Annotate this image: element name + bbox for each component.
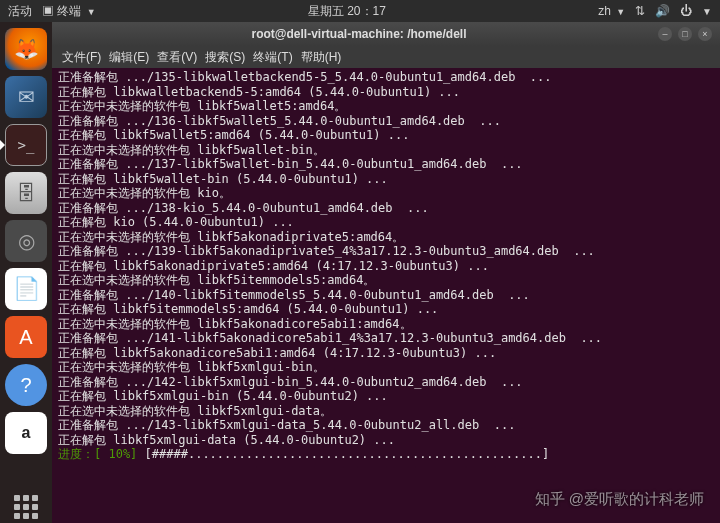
terminal-line: 正在选中未选择的软件包 libkf5wallet5:amd64。 (58, 99, 714, 114)
libreoffice-icon[interactable]: 📄 (5, 268, 47, 310)
terminal-line: 正在选中未选择的软件包 libkf5wallet-bin。 (58, 143, 714, 158)
terminal-line: 正在选中未选择的软件包 libkf5akonadiprivate5:amd64。 (58, 230, 714, 245)
terminal-line: 正在解包 libkf5itemmodels5:amd64 (5.44.0-0ub… (58, 302, 714, 317)
files-icon[interactable]: 🗄 (5, 172, 47, 214)
terminal-line: 正准备解包 .../142-libkf5xmlgui-bin_5.44.0-0u… (58, 375, 714, 390)
terminal-line: 正在解包 libkf5akonadicore5abi1:amd64 (4:17.… (58, 346, 714, 361)
gnome-top-bar: 活动 ▣ 终端 ▼ 星期五 20：17 zh ▼ ⇅ 🔊 ⏻ ▼ (0, 0, 720, 22)
help-icon[interactable]: ? (5, 364, 47, 406)
terminal-line: 正在解包 libkf5xmlgui-bin (5.44.0-0ubuntu2) … (58, 389, 714, 404)
dock: 🦊 ✉ >_ 🗄 ◎ 📄 A ? a (0, 22, 52, 523)
terminal-window: root@dell-virtual-machine: /home/dell – … (52, 22, 720, 523)
menu-search[interactable]: 搜索(S) (205, 49, 245, 66)
show-applications-icon[interactable] (14, 495, 38, 519)
menu-terminal[interactable]: 终端(T) (253, 49, 292, 66)
terminal-line: 正准备解包 .../141-libkf5akonadicore5abi1_4%3… (58, 331, 714, 346)
terminal-line: 正在解包 libkf5wallet-bin (5.44.0-0ubuntu1) … (58, 172, 714, 187)
terminal-line: 正在选中未选择的软件包 kio。 (58, 186, 714, 201)
volume-icon[interactable]: 🔊 (655, 4, 670, 18)
ubuntu-software-icon[interactable]: A (5, 316, 47, 358)
system-menu-arrow[interactable]: ▼ (702, 6, 712, 17)
terminal-line: 正准备解包 .../138-kio_5.44.0-0ubuntu1_amd64.… (58, 201, 714, 216)
network-icon[interactable]: ⇅ (635, 4, 645, 18)
terminal-line: 正准备解包 .../137-libkf5wallet-bin_5.44.0-0u… (58, 157, 714, 172)
rhythmbox-icon[interactable]: ◎ (5, 220, 47, 262)
input-method-indicator[interactable]: zh ▼ (598, 4, 625, 18)
menu-file[interactable]: 文件(F) (62, 49, 101, 66)
firefox-icon[interactable]: 🦊 (5, 28, 47, 70)
terminal-line: 正在解包 libkwalletbackend5-5:amd64 (5.44.0-… (58, 85, 714, 100)
window-title-bar[interactable]: root@dell-virtual-machine: /home/dell – … (52, 22, 720, 46)
power-icon[interactable]: ⏻ (680, 4, 692, 18)
activities-button[interactable]: 活动 (8, 3, 32, 20)
terminal-line: 正在解包 kio (5.44.0-0ubuntu1) ... (58, 215, 714, 230)
terminal-icon[interactable]: >_ (5, 124, 47, 166)
terminal-line: 正在解包 libkf5xmlgui-data (5.44.0-0ubuntu2)… (58, 433, 714, 448)
terminal-line: 正在解包 libkf5wallet5:amd64 (5.44.0-0ubuntu… (58, 128, 714, 143)
minimize-button[interactable]: – (658, 27, 672, 41)
clock[interactable]: 星期五 20：17 (96, 3, 599, 20)
menu-edit[interactable]: 编辑(E) (109, 49, 149, 66)
menu-help[interactable]: 帮助(H) (301, 49, 342, 66)
maximize-button[interactable]: □ (678, 27, 692, 41)
amazon-icon[interactable]: a (5, 412, 47, 454)
terminal-line: 正准备解包 .../135-libkwalletbackend5-5_5.44.… (58, 70, 714, 85)
terminal-line: 正在选中未选择的软件包 libkf5itemmodels5:amd64。 (58, 273, 714, 288)
close-button[interactable]: × (698, 27, 712, 41)
terminal-line: 正在选中未选择的软件包 libkf5akonadicore5abi1:amd64… (58, 317, 714, 332)
app-menu[interactable]: ▣ 终端 ▼ (42, 3, 96, 20)
menu-view[interactable]: 查看(V) (157, 49, 197, 66)
terminal-line: 正在解包 libkf5akonadiprivate5:amd64 (4:17.1… (58, 259, 714, 274)
terminal-line: 正准备解包 .../140-libkf5itemmodels5_5.44.0-0… (58, 288, 714, 303)
terminal-output[interactable]: 正准备解包 .../135-libkwalletbackend5-5_5.44.… (52, 68, 720, 523)
progress-line: 进度：[ 10%] [#####........................… (58, 447, 714, 462)
terminal-line: 正准备解包 .../136-libkf5wallet5_5.44.0-0ubun… (58, 114, 714, 129)
terminal-line: 正在选中未选择的软件包 libkf5xmlgui-data。 (58, 404, 714, 419)
menu-bar: 文件(F) 编辑(E) 查看(V) 搜索(S) 终端(T) 帮助(H) (52, 46, 720, 68)
terminal-line: 正准备解包 .../143-libkf5xmlgui-data_5.44.0-0… (58, 418, 714, 433)
terminal-line: 正在选中未选择的软件包 libkf5xmlgui-bin。 (58, 360, 714, 375)
thunderbird-icon[interactable]: ✉ (5, 76, 47, 118)
terminal-line: 正准备解包 .../139-libkf5akonadiprivate5_4%3a… (58, 244, 714, 259)
window-title: root@dell-virtual-machine: /home/dell (60, 27, 658, 41)
